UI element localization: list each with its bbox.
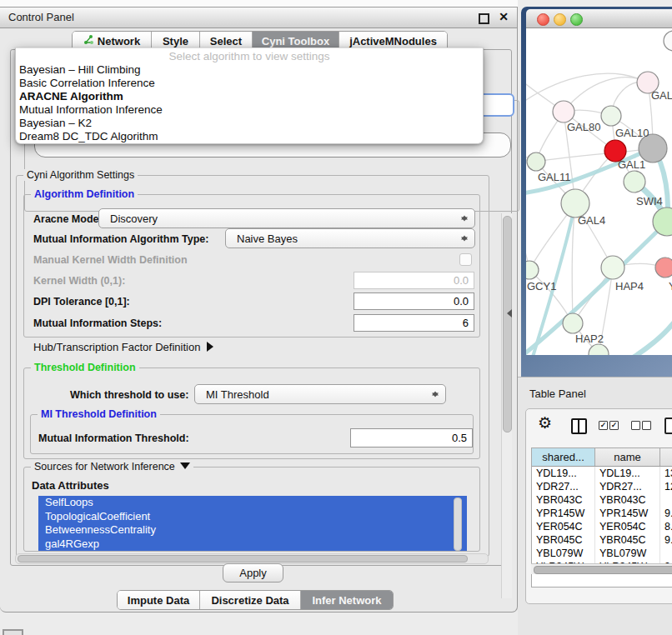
which-threshold-label: Which threshold to use: (70, 389, 188, 401)
columns-icon[interactable] (571, 418, 587, 434)
table-row[interactable]: YDL19...YDL19...13 (532, 467, 672, 480)
float-window-icon[interactable] (479, 13, 489, 24)
table-row[interactable]: YPR145WYPR145W9. (532, 507, 672, 520)
table-cell: YDL19... (595, 467, 660, 480)
gear-icon[interactable]: ⚙ (538, 415, 552, 432)
scrollbar-thumb[interactable] (534, 566, 672, 574)
dropdown-item[interactable]: ARACNE Algorithm (16, 90, 483, 103)
unchecked-checkbox-icon[interactable] (631, 421, 640, 430)
attribute-item[interactable]: SelfLoops (38, 496, 467, 510)
node-label: GAL1 (618, 158, 645, 171)
attribute-item[interactable]: TopologicalCoefficient (38, 510, 467, 524)
which-threshold-combobox[interactable]: MI Threshold (194, 384, 446, 404)
network-node-gal11[interactable] (527, 152, 545, 171)
network-node-hap4[interactable] (601, 256, 624, 279)
network-node-y[interactable] (655, 258, 672, 278)
screen: Control Panel ✕ NetworkStyleSelectCyni T… (0, 0, 672, 635)
node-label: GAL10 (615, 127, 649, 139)
splitpane-arrow-icon[interactable] (507, 309, 512, 318)
tab-label: Cyni Toolbox (262, 35, 329, 48)
node-label: HAP2 (575, 332, 604, 345)
algorithm-definition-title: Algorithm Definition (31, 188, 138, 200)
aracne-mode-combobox[interactable]: Discovery (98, 208, 475, 228)
attribute-item[interactable]: BetweennessCentrality (38, 523, 467, 538)
minimize-traffic-light-icon[interactable] (554, 13, 566, 26)
tab-discretize-data[interactable]: Discretize Data (199, 591, 300, 609)
table-cell: YBL079W (532, 547, 595, 560)
hub-definition-expander[interactable]: Hub/Transcription Factor Definition (33, 341, 213, 353)
node-label: HAP4 (615, 280, 644, 292)
settings-vertical-scrollbar[interactable] (501, 213, 512, 598)
table-cell (660, 547, 672, 560)
table-cell: YER054C (532, 520, 595, 533)
table-cell: YBR043C (532, 493, 595, 507)
cyni-settings-title: Cyni Algorithm Settings (23, 169, 138, 181)
sources-collapse[interactable]: Sources for Network Inference (31, 461, 193, 472)
network-node-gal4[interactable] (561, 189, 589, 218)
tab-infer-network[interactable]: Infer Network (300, 591, 393, 609)
apply-button[interactable]: Apply (223, 563, 283, 582)
dropdown-item[interactable]: Bayesian – Hill Climbing (16, 63, 483, 77)
table-row[interactable]: YBR043CYBR043C (532, 493, 672, 507)
checked-checkbox-icon[interactable]: ✓ (599, 421, 608, 430)
network-window-titlebar[interactable] (526, 9, 672, 28)
mi-threshold-label: Mutual Information Threshold: (38, 432, 189, 444)
network-node-swi4[interactable] (624, 171, 645, 192)
node-label: GAL80 (567, 121, 600, 133)
node-label: GAL11 (538, 171, 571, 183)
unchecked-checkbox-icon[interactable] (642, 421, 651, 430)
close-icon[interactable]: ✕ (499, 10, 509, 23)
table-row[interactable]: YER054CYER054C8. (532, 520, 672, 533)
which-threshold-value: MI Threshold (206, 388, 269, 401)
table-cell: YBL079W (595, 547, 660, 560)
dropdown-item[interactable]: Dream8 DC_TDC Algorithm (16, 130, 483, 143)
table-cell: 9. (660, 507, 672, 520)
column-header-shared...[interactable]: shared... (532, 448, 595, 466)
table-cell: YDL19... (532, 467, 595, 480)
scrollbar-thumb[interactable] (503, 216, 512, 432)
node-label: SWI4 (636, 195, 663, 208)
control-panel-titlebar[interactable]: Control Panel ✕ (0, 8, 517, 28)
node-label: GAL (651, 89, 672, 102)
network-node-hap2[interactable] (563, 313, 583, 333)
mi-type-combobox[interactable]: Naive Bayes (225, 228, 475, 248)
table-panel-area: Table Panel ⚙ ✓ ✓ shared...name YDL19...… (518, 377, 672, 635)
network-node-gal10[interactable] (601, 106, 621, 126)
algorithm-dropdown: Select algorithm to view settings Bayesi… (15, 48, 484, 144)
tab-impute-data[interactable]: Impute Data (118, 591, 199, 609)
table-cell: YDR27... (532, 480, 595, 493)
scrollbar-thumb[interactable] (18, 555, 468, 562)
zoom-traffic-light-icon[interactable] (570, 13, 583, 26)
checked-checkbox-icon[interactable]: ✓ (609, 421, 619, 430)
resize-grip[interactable] (3, 629, 23, 635)
table-cell: YBR043C (595, 493, 660, 507)
network-canvas[interactable]: GALGAL80GAL10GAL1GAL11SWI4GAL4GCY1HAP4YH… (526, 28, 672, 355)
table-cell (660, 493, 672, 507)
table-row[interactable]: YBL079WYBL079W (532, 547, 672, 560)
table-horizontal-scrollbar[interactable] (531, 563, 672, 574)
table-cell: YPR145W (532, 507, 595, 520)
tab-label: Impute Data (128, 594, 189, 607)
table-cell: 9. (660, 533, 672, 547)
table-panel: ⚙ ✓ ✓ shared...name YDL19...YDL19...13YD… (525, 408, 672, 604)
table-row[interactable]: YDR27...YDR27...12 (532, 480, 672, 493)
dropdown-item[interactable]: Mutual Information Inference (16, 103, 483, 117)
dropdown-prompt: Select algorithm to view settings (16, 50, 483, 63)
table-row[interactable]: YBR045CYBR045C9. (532, 533, 672, 547)
dropdown-item[interactable]: Basic Correlation Inference (16, 77, 483, 90)
document-icon[interactable] (664, 418, 672, 434)
mi-threshold-field[interactable]: 0.5 (350, 428, 473, 448)
combo-arrows-icon (432, 388, 439, 401)
tab-label: Discretize Data (211, 594, 288, 607)
mi-type-value: Naive Bayes (237, 232, 298, 245)
window-title: Control Panel (8, 11, 74, 23)
network-node-gal80[interactable] (553, 101, 574, 122)
column-header-name[interactable]: name (595, 448, 660, 466)
column-header-hidden[interactable] (660, 448, 672, 466)
attributes-scrollbar[interactable] (454, 498, 462, 551)
network-node[interactable] (664, 31, 672, 51)
aracne-mode-value: Discovery (110, 212, 158, 225)
close-traffic-light-icon[interactable] (537, 13, 549, 26)
attribute-item[interactable]: gal4RGexp (38, 538, 467, 552)
dropdown-item[interactable]: Bayesian – K2 (16, 117, 483, 130)
